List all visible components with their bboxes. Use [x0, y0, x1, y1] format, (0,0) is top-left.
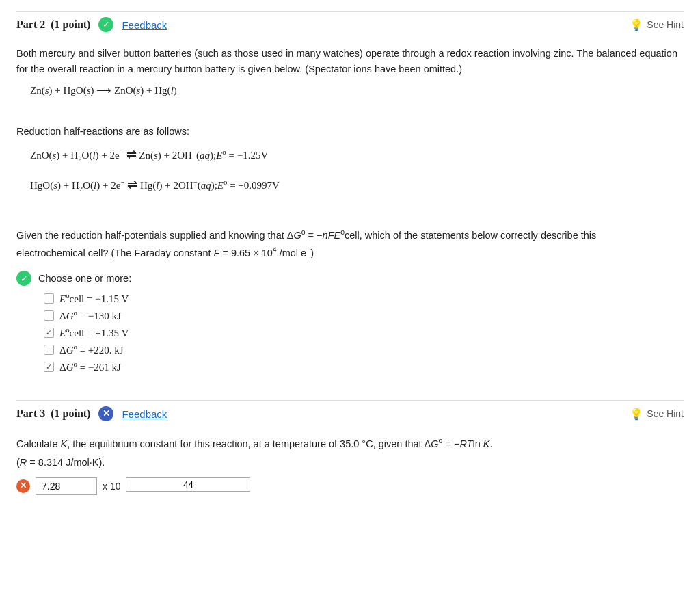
answer-row: ✕ x 10 [16, 477, 684, 495]
choice-2-label: ΔGo = −130 kJ [59, 308, 121, 322]
page-container: Part 2 (1 point) ✓ Feedback 💡 See Hint B… [0, 0, 700, 506]
equation-2: HgO(s) + H2O(l) + 2e− ⇌ Hg(l) + 2OH−(aq)… [30, 172, 684, 197]
choose-label-text: Choose one or more: [38, 273, 131, 284]
exponent-container [126, 477, 250, 494]
part3-bulb-icon: 💡 [630, 408, 643, 421]
part2-title-text: Part 2 [16, 18, 45, 30]
part3-title: Part 3 (1 point) [16, 408, 90, 420]
part3-status-icon: ✕ [98, 406, 113, 421]
checkbox-5[interactable] [44, 362, 54, 372]
choice-5-label: ΔGo = −261 kJ [59, 360, 121, 373]
part2-points: (1 point) [51, 18, 90, 30]
part3-points: (1 point) [51, 408, 90, 419]
choice-1[interactable]: Eocell = −1.15 V [44, 291, 684, 305]
part3-title-text: Part 3 [16, 408, 45, 419]
choice-5[interactable]: ΔGo = −261 kJ [44, 360, 684, 373]
checkbox-1[interactable] [44, 293, 54, 304]
choice-3[interactable]: Eocell = +1.35 V [44, 326, 684, 339]
r-value-text: (R = 8.314 J/mol·K). [16, 457, 684, 468]
checkbox-2[interactable] [44, 310, 54, 321]
checkbox-3[interactable] [44, 328, 54, 338]
part3-header: Part 3 (1 point) ✕ Feedback 💡 See Hint [16, 400, 684, 428]
choice-1-label: Eocell = −1.15 V [59, 291, 129, 305]
choice-3-label: Eocell = +1.35 V [59, 326, 129, 339]
choice-4[interactable]: ΔGo = +220. kJ [44, 343, 684, 356]
part2-feedback-link[interactable]: Feedback [122, 19, 167, 31]
equation-1: ZnO(s) + H2O(l) + 2e− ⇌ Zn(s) + 2OH−(aq)… [30, 142, 684, 167]
part2-see-hint-link[interactable]: 💡 See Hint [630, 18, 684, 31]
checkbox-4[interactable] [44, 345, 54, 355]
part3-see-hint-link[interactable]: 💡 See Hint [630, 408, 684, 421]
part2-feedback-label: Feedback [122, 19, 167, 31]
part2-correct-icon: ✓ [98, 17, 113, 32]
choice-2[interactable]: ΔGo = −130 kJ [44, 308, 684, 322]
part3-header-left: Part 3 (1 point) ✕ Feedback [16, 406, 167, 421]
part3-feedback-label: Feedback [122, 408, 167, 420]
exponent-input[interactable] [126, 477, 250, 492]
part2-see-hint-label: See Hint [647, 19, 684, 30]
choose-label: ✓ Choose one or more: [16, 271, 684, 286]
bulb-icon: 💡 [630, 18, 643, 31]
choice-4-label: ΔGo = +220. kJ [59, 343, 124, 356]
half-reactions-label: Reduction half-reactions are as follows: [16, 126, 684, 137]
answer-x-icon: ✕ [16, 479, 30, 493]
part2-intro: Both mercury and silver button batteries… [16, 48, 677, 75]
choose-check-icon: ✓ [16, 271, 31, 286]
main-equation: Zn(s) + HgO(s) ⟶ ZnO(s) + Hg(l) [30, 84, 684, 96]
answer-input[interactable] [36, 477, 97, 495]
given-text: Given the reduction half-potentials supp… [16, 226, 684, 261]
choices-list: Eocell = −1.15 V ΔGo = −130 kJ Eocell = … [44, 291, 684, 373]
part3-question: Calculate K, the equilibrium constant fo… [16, 428, 684, 456]
part3-see-hint-label: See Hint [647, 408, 684, 419]
half-reactions-label-text: Reduction half-reactions are as follows: [16, 126, 189, 137]
part2-header-left: Part 2 (1 point) ✓ Feedback [16, 17, 167, 32]
part2-title: Part 2 (1 point) [16, 18, 90, 31]
part2-question-text: Both mercury and silver button batteries… [16, 39, 684, 77]
times10-label: x 10 [103, 481, 120, 492]
part2-header: Part 2 (1 point) ✓ Feedback 💡 See Hint [16, 11, 684, 39]
part3-feedback-link[interactable]: Feedback [122, 408, 167, 420]
